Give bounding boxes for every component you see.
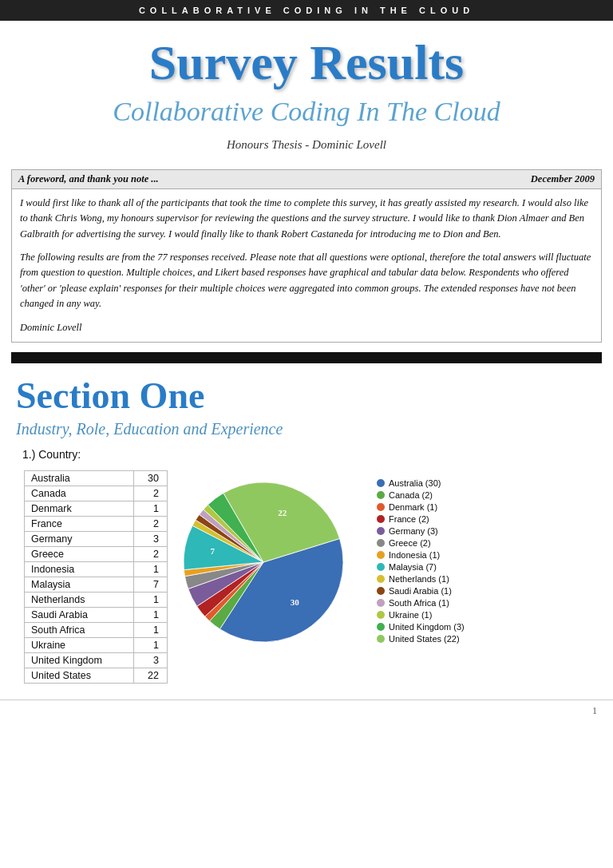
table-row: South Africa1 [25,622,168,637]
table-row: Denmark1 [25,501,168,516]
legend-label: Denmark (1) [389,502,437,512]
country-count: 1 [133,637,167,652]
country-name: Netherlands [25,592,134,607]
table-row: Saudi Arabia1 [25,607,168,622]
table-row: Greece2 [25,546,168,561]
foreword-body: I would first like to thank all of the p… [12,189,601,342]
country-table: Australia30Canada2Denmark1France2Germany… [24,470,168,684]
table-row: Malaysia7 [25,577,168,592]
country-name: United States [25,668,134,683]
legend-color-dot [377,599,385,607]
legend-label: Malaysia (7) [389,562,437,572]
legend-item: United Kingdom (3) [377,622,465,632]
legend-label: United States (22) [389,634,460,644]
legend-color-dot [377,611,385,619]
country-name: Canada [25,486,134,501]
legend-label: France (2) [389,514,429,524]
legend-color-dot [377,491,385,499]
foreword-para2: The following results are from the 77 re… [20,250,593,312]
country-count: 1 [133,561,167,577]
section-one-area: Section One Industry, Role, Education an… [0,363,613,684]
table-row: Australia30 [25,470,168,486]
legend-item: Germany (3) [377,526,465,536]
legend-label: Saudi Arabia (1) [389,586,452,596]
legend-color-dot [377,623,385,631]
section-title: Section One [16,375,597,417]
country-count: 1 [133,622,167,637]
country-count: 1 [133,501,167,516]
foreword-para1: I would first like to thank all of the p… [20,196,593,242]
legend-item: Canada (2) [377,490,465,500]
legend-label: United Kingdom (3) [389,622,465,632]
country-name: Malaysia [25,577,134,592]
legend-label: Canada (2) [389,490,433,500]
table-row: Germany3 [25,531,168,546]
country-count: 30 [133,470,167,486]
legend-item: United States (22) [377,634,465,644]
thesis-line: Honours Thesis - Dominic Lovell [16,138,597,152]
country-name: United Kingdom [25,652,134,668]
legend-color-dot [377,551,385,559]
section-subtitle: Industry, Role, Education and Experience [16,420,597,438]
country-count: 1 [133,592,167,607]
table-row: France2 [25,516,168,531]
legend-item: Malaysia (7) [377,562,465,572]
pie-label: 22 [278,508,287,517]
legend-item: Indonesia (1) [377,550,465,560]
legend-label: Greece (2) [389,538,431,548]
country-name: Germany [25,531,134,546]
table-row: United Kingdom3 [25,652,168,668]
country-name: Ukraine [25,637,134,652]
country-count: 3 [133,652,167,668]
legend-label: Germany (3) [389,526,438,536]
country-count: 3 [133,531,167,546]
legend-item: South Africa (1) [377,598,465,608]
chart-area: 30722 Australia (30)Canada (2)Denmark (1… [176,470,465,654]
pie-chart: 30722 [176,470,367,654]
legend-color-dot [377,503,385,511]
legend-item: Denmark (1) [377,502,465,512]
legend-item: Australia (30) [377,478,465,488]
country-name: Greece [25,546,134,561]
country-name: France [25,516,134,531]
foreword-title: A foreword, and thank you note ... [18,173,159,185]
table-row: United States22 [25,668,168,683]
table-row: Netherlands1 [25,592,168,607]
country-name: Saudi Arabia [25,607,134,622]
question-label: 1.) Country: [22,448,597,461]
table-row: Indonesia1 [25,561,168,577]
country-count: 1 [133,607,167,622]
legend-item: France (2) [377,514,465,524]
foreword-date: December 2009 [531,173,595,185]
country-count: 7 [133,577,167,592]
top-bar: COLLABORATIVE CODING IN THE CLOUD [0,0,613,21]
legend: Australia (30)Canada (2)Denmark (1)Franc… [377,478,465,646]
top-bar-text: COLLABORATIVE CODING IN THE CLOUD [139,6,474,15]
country-count: 22 [133,668,167,683]
legend-label: Indonesia (1) [389,550,440,560]
subtitle: Collaborative Coding In The Cloud [16,96,597,129]
legend-item: Netherlands (1) [377,574,465,584]
country-name: Indonesia [25,561,134,577]
signature: Dominic Lovell [20,320,593,335]
legend-color-dot [377,479,385,487]
country-name: Denmark [25,501,134,516]
country-count: 2 [133,516,167,531]
country-name: Australia [25,470,134,486]
foreword-box: A foreword, and thank you note ... Decem… [11,169,602,343]
foreword-header: A foreword, and thank you note ... Decem… [12,170,601,189]
data-layout: Australia30Canada2Denmark1France2Germany… [16,470,597,684]
country-count: 2 [133,486,167,501]
legend-label: Australia (30) [389,478,441,488]
legend-color-dot [377,539,385,547]
legend-color-dot [377,635,385,643]
legend-label: Ukraine (1) [389,610,432,620]
legend-color-dot [377,515,385,523]
legend-label: South Africa (1) [389,598,449,608]
legend-color-dot [377,575,385,583]
legend-color-dot [377,587,385,595]
page-footer: 1 [0,700,613,722]
title-area: Survey Results Collaborative Coding In T… [0,21,613,163]
table-row: Ukraine1 [25,637,168,652]
pie-label: 7 [210,546,215,556]
